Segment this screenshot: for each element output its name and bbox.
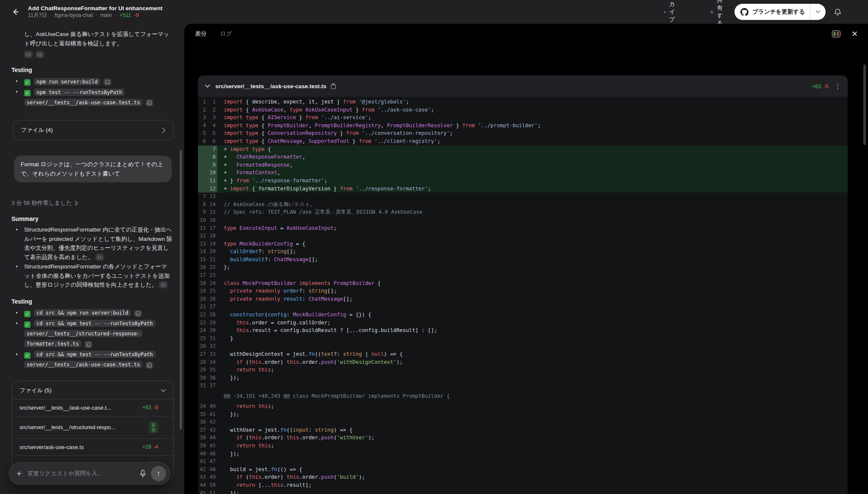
new-line-number: 18 xyxy=(206,232,216,240)
diff-scrollbar[interactable] xyxy=(863,64,866,145)
diff-code-text: type ExecuteInput = AskUseCaseInput; xyxy=(217,224,848,232)
files-expanded-header[interactable]: ファイル (5) xyxy=(12,381,173,399)
diff-line: 814// AskUseCase の振る舞いテスト。 xyxy=(198,201,848,209)
diff-code-text xyxy=(217,342,848,350)
code-ref-chip[interactable]: {} xyxy=(159,281,167,288)
diff-gutter: 3642 xyxy=(198,418,217,426)
diff-line: 11import { describe, expect, it, jest } … xyxy=(198,98,848,106)
mic-button[interactable] xyxy=(136,467,149,480)
separator: · xyxy=(96,12,97,19)
diff-code-text: if (this.order) this.order.push('withDes… xyxy=(217,358,848,366)
terminal-output-icon xyxy=(136,311,140,316)
terminal-output-icon xyxy=(147,100,152,105)
branch-name: main xyxy=(100,12,112,19)
diff-gutter: 8 xyxy=(198,153,217,161)
diff-code-text: }); xyxy=(217,450,848,458)
diff-gutter: 2733 xyxy=(198,350,217,358)
check-icon: ✓ xyxy=(24,90,31,96)
diff-code-text: } xyxy=(217,335,848,343)
diff-gutter xyxy=(198,390,217,402)
panel-controls: ✕ xyxy=(832,24,858,44)
old-line-number: 36 xyxy=(198,418,206,426)
diff-line: 3743 withUser = jest.fn((input: string) … xyxy=(198,426,848,434)
diff-line: 3844 if (this.order) this.order.push('wi… xyxy=(198,434,848,442)
old-line-number: 43 xyxy=(198,473,206,481)
new-line-number: 5 xyxy=(206,129,216,137)
diff-line: 2127 xyxy=(198,303,848,311)
close-panel-button[interactable]: ✕ xyxy=(851,30,858,38)
output-chip[interactable] xyxy=(145,362,153,369)
file-row[interactable]: src/server/__tests__/ask-use-case.t...+6… xyxy=(12,399,173,416)
diff-code-text: return this; xyxy=(217,366,848,374)
diff-code-text: + ChatResponseFormatter, xyxy=(217,153,848,161)
files-collapsed-card[interactable]: ファイル (4) xyxy=(13,120,174,140)
tab-差分[interactable]: 差分 xyxy=(195,30,207,38)
new-line-number: 15 xyxy=(206,208,216,216)
file-menu-button[interactable]: ⋮ xyxy=(835,83,841,89)
output-chip[interactable] xyxy=(134,310,142,317)
separator: · xyxy=(50,12,52,19)
old-line-number: 13 xyxy=(198,240,206,248)
new-line-number: 42 xyxy=(206,418,216,426)
new-line-number: 50 xyxy=(206,481,216,489)
work-duration-toggle[interactable]: 3 分 58 秒作業しました xyxy=(11,199,172,207)
check-icon: ✓ xyxy=(24,79,31,86)
diff-gutter: 1824 xyxy=(198,279,217,287)
share-button[interactable]: 共有する xyxy=(710,0,727,27)
new-line-number: 6 xyxy=(206,137,216,145)
new-line-number: 7 xyxy=(206,145,216,154)
new-line-number: 37 xyxy=(206,382,216,390)
command-chip[interactable]: cd src && npm test -- --runTestsByPath s… xyxy=(24,351,156,368)
diff-code-text: + import type { xyxy=(217,145,848,154)
diff-line: 3036 }); xyxy=(198,374,848,382)
diff-line: 22import { AskUseCase, type AskUseCaseIn… xyxy=(198,106,848,114)
diff-gutter: 2228 xyxy=(198,311,217,319)
output-chip[interactable] xyxy=(145,99,153,106)
diff-code-text: class MockPromptBuilder implements Promp… xyxy=(217,279,848,287)
output-chip[interactable] xyxy=(103,78,111,86)
diff-line: 713 xyxy=(198,193,848,201)
split-view-toggle-icon[interactable] xyxy=(832,31,840,37)
old-line-number: 39 xyxy=(198,442,206,450)
sidebar-scrollbar[interactable] xyxy=(180,150,182,430)
update-branch-button[interactable]: ブランチを更新する xyxy=(734,4,810,20)
diff-gutter: 2935 xyxy=(198,366,217,374)
new-line-number: 13 xyxy=(206,193,216,201)
old-line-number: 11 xyxy=(198,224,206,232)
command-chip[interactable]: cd src && npm run server:build xyxy=(34,309,131,316)
diff-code-text: buildResult?: ChatMessage[]; xyxy=(217,256,848,264)
check-icon: ✓ xyxy=(24,321,31,328)
attach-button[interactable]: + xyxy=(17,469,22,478)
diff-file-header[interactable]: src/server/__tests__/ask-use-case.test.t… xyxy=(198,75,848,97)
diff-gutter: 1925 xyxy=(198,287,217,295)
task-date: 11月7日 xyxy=(28,12,47,19)
chat-input[interactable] xyxy=(28,470,136,477)
code-ref-chip[interactable]: {} xyxy=(95,254,104,261)
diff-gutter: 55 xyxy=(198,129,217,137)
old-line-number: 19 xyxy=(198,287,206,295)
chevron-down-icon xyxy=(815,10,821,14)
code-ref-chip[interactable]: {} xyxy=(36,51,44,58)
new-line-number: 19 xyxy=(206,240,216,248)
diff-code-text: import type { PromptBuilder, PromptBuild… xyxy=(217,122,848,130)
send-button[interactable]: ↑ xyxy=(151,466,166,481)
command-chip[interactable]: npm test -- --runTestsByPath server/__te… xyxy=(24,89,142,106)
code-ref-chip[interactable]: {} xyxy=(24,51,33,58)
diff-line: 2834 if (this.order) this.order.push('wi… xyxy=(198,358,848,366)
copy-path-button[interactable] xyxy=(331,83,336,89)
file-name: src/server/__tests__/structured-respo... xyxy=(19,424,149,430)
old-line-number: 23 xyxy=(198,319,206,327)
new-line-number: 24 xyxy=(206,279,216,287)
file-row[interactable]: src/server/ask-use-case.ts+28-4 xyxy=(12,438,173,455)
output-chip[interactable] xyxy=(84,341,92,348)
update-branch-menu-button[interactable] xyxy=(810,4,826,20)
tab-ログ[interactable]: ログ xyxy=(220,30,232,38)
new-line-number: 51 xyxy=(206,489,216,494)
diff-code-text: if (this.order) this.order.push('withUse… xyxy=(217,434,848,442)
command-chip[interactable]: npm run server:build xyxy=(34,78,100,85)
file-row[interactable]: src/server/__tests__/structured-respo...… xyxy=(12,416,173,438)
diff-line: 3945 return this; xyxy=(198,442,848,450)
back-button[interactable] xyxy=(8,4,23,20)
notifications-button[interactable] xyxy=(832,6,843,18)
agent-message-text: し、AskUseCase 振る舞いテストを拡張してフォーマット呼び出しと返却構造… xyxy=(24,30,172,48)
